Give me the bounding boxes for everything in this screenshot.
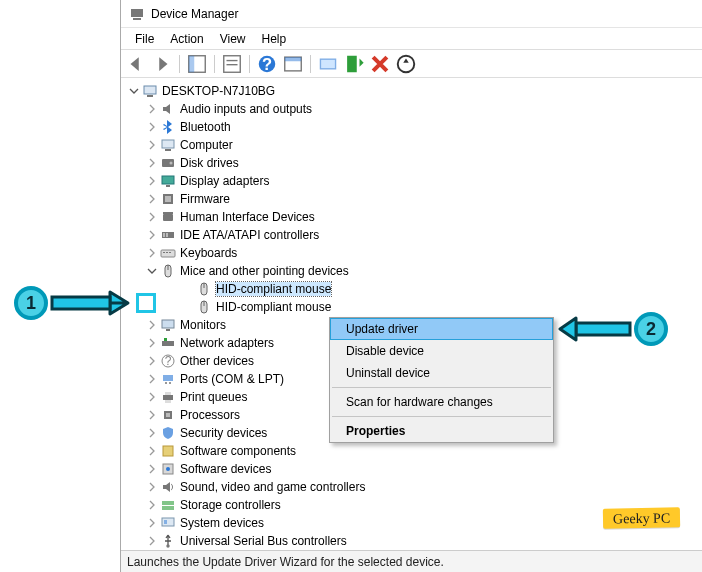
- chevron-right-icon[interactable]: [145, 210, 159, 224]
- svg-point-56: [166, 467, 170, 471]
- svg-rect-0: [131, 9, 143, 17]
- svg-rect-21: [162, 176, 174, 184]
- tree-category[interactable]: Bluetooth: [123, 118, 700, 136]
- svg-rect-59: [162, 518, 174, 526]
- help-icon[interactable]: ?: [256, 53, 278, 75]
- chevron-right-icon[interactable]: [145, 516, 159, 530]
- arrow-right-icon: [48, 286, 134, 320]
- tree-category[interactable]: Mice and other pointing devices: [123, 262, 700, 280]
- chevron-right-icon[interactable]: [145, 174, 159, 188]
- tree-category-label: Other devices: [180, 354, 254, 368]
- svg-rect-53: [166, 413, 170, 417]
- usb-icon: [160, 533, 176, 549]
- display-icon: [160, 173, 176, 189]
- chevron-right-icon[interactable]: [145, 372, 159, 386]
- chevron-right-icon[interactable]: [145, 228, 159, 242]
- add-legacy-icon[interactable]: [343, 53, 365, 75]
- tree-category-label: Universal Serial Bus controllers: [180, 534, 347, 548]
- tree-category[interactable]: IDE ATA/ATAPI controllers: [123, 226, 700, 244]
- scan-icon[interactable]: [317, 53, 339, 75]
- tree-category[interactable]: Firmware: [123, 190, 700, 208]
- svg-point-20: [170, 162, 173, 165]
- svg-rect-62: [52, 297, 110, 309]
- tree-root[interactable]: DESKTOP-N7J10BG: [123, 82, 700, 100]
- ctx-disable-device[interactable]: Disable device: [330, 340, 553, 362]
- chevron-right-icon[interactable]: [145, 534, 159, 548]
- mouse-icon: [196, 299, 212, 315]
- mouse-icon: [160, 263, 176, 279]
- ctx-scan-hardware[interactable]: Scan for hardware changes: [330, 391, 553, 413]
- svg-rect-33: [169, 252, 171, 253]
- chevron-right-icon[interactable]: [145, 426, 159, 440]
- tree-category[interactable]: Audio inputs and outputs: [123, 100, 700, 118]
- ctx-update-driver[interactable]: Update driver: [330, 318, 553, 340]
- chevron-right-icon[interactable]: [145, 156, 159, 170]
- chevron-right-icon[interactable]: [145, 354, 159, 368]
- svg-rect-17: [162, 140, 174, 148]
- ctx-properties[interactable]: Properties: [330, 420, 553, 442]
- svg-point-48: [169, 382, 171, 384]
- svg-rect-24: [165, 196, 171, 202]
- menu-help[interactable]: Help: [254, 30, 295, 48]
- ide-icon: [160, 227, 176, 243]
- chevron-right-icon[interactable]: [145, 192, 159, 206]
- svg-rect-46: [163, 375, 173, 381]
- network-icon: [160, 335, 176, 351]
- tree-category[interactable]: Software components: [123, 442, 700, 460]
- svg-rect-54: [163, 446, 173, 456]
- cpu-icon: [160, 407, 176, 423]
- chevron-right-icon[interactable]: [145, 336, 159, 350]
- svg-rect-57: [162, 501, 174, 505]
- chevron-right-icon[interactable]: [145, 102, 159, 116]
- tree-category[interactable]: Human Interface Devices: [123, 208, 700, 226]
- svg-rect-18: [165, 149, 171, 151]
- tree-device[interactable]: HID-compliant mouse: [123, 280, 700, 298]
- svg-rect-41: [166, 329, 170, 331]
- tree-category-label: Computer: [180, 138, 233, 152]
- menu-view[interactable]: View: [212, 30, 254, 48]
- menu-action[interactable]: Action: [162, 30, 211, 48]
- tree-category[interactable]: Universal Serial Bus controllers: [123, 532, 700, 550]
- tree-category[interactable]: Display adapters: [123, 172, 700, 190]
- show-hidden-icon[interactable]: [282, 53, 304, 75]
- properties-icon[interactable]: [221, 53, 243, 75]
- chevron-right-icon[interactable]: [145, 390, 159, 404]
- print-icon: [160, 389, 176, 405]
- device-manager-window: Device Manager File Action View Help ? D…: [120, 0, 702, 572]
- ctx-separator: [332, 416, 551, 417]
- menu-file[interactable]: File: [127, 30, 162, 48]
- chevron-right-icon[interactable]: [145, 498, 159, 512]
- tree-category[interactable]: Computer: [123, 136, 700, 154]
- forward-icon[interactable]: [151, 53, 173, 75]
- chevron-right-icon[interactable]: [145, 120, 159, 134]
- annotation-highlight-box: [136, 293, 156, 313]
- tree-category[interactable]: Sound, video and game controllers: [123, 478, 700, 496]
- svg-rect-32: [166, 252, 168, 253]
- toolbar-sep: [310, 55, 311, 73]
- chevron-right-icon[interactable]: [145, 408, 159, 422]
- back-icon[interactable]: [125, 53, 147, 75]
- svg-rect-51: [165, 400, 171, 403]
- ctx-uninstall-device[interactable]: Uninstall device: [330, 362, 553, 384]
- chevron-right-icon[interactable]: [145, 138, 159, 152]
- ctx-separator: [332, 387, 551, 388]
- chevron-down-icon[interactable]: [127, 84, 141, 98]
- chevron-right-icon[interactable]: [145, 246, 159, 260]
- window-title: Device Manager: [151, 7, 238, 21]
- storage-icon: [160, 497, 176, 513]
- update-icon[interactable]: [395, 53, 417, 75]
- swcomp-icon: [160, 443, 176, 459]
- chevron-right-icon[interactable]: [145, 318, 159, 332]
- up-tree-icon[interactable]: [186, 53, 208, 75]
- port-icon: [160, 371, 176, 387]
- svg-text:?: ?: [262, 54, 272, 72]
- tree-category[interactable]: Keyboards: [123, 244, 700, 262]
- remove-icon[interactable]: [369, 53, 391, 75]
- chevron-down-icon[interactable]: [145, 264, 159, 278]
- chevron-right-icon[interactable]: [145, 444, 159, 458]
- tree-category[interactable]: Disk drives: [123, 154, 700, 172]
- tree-category-label: Human Interface Devices: [180, 210, 315, 224]
- chevron-right-icon[interactable]: [145, 462, 159, 476]
- tree-category[interactable]: Software devices: [123, 460, 700, 478]
- chevron-right-icon[interactable]: [145, 480, 159, 494]
